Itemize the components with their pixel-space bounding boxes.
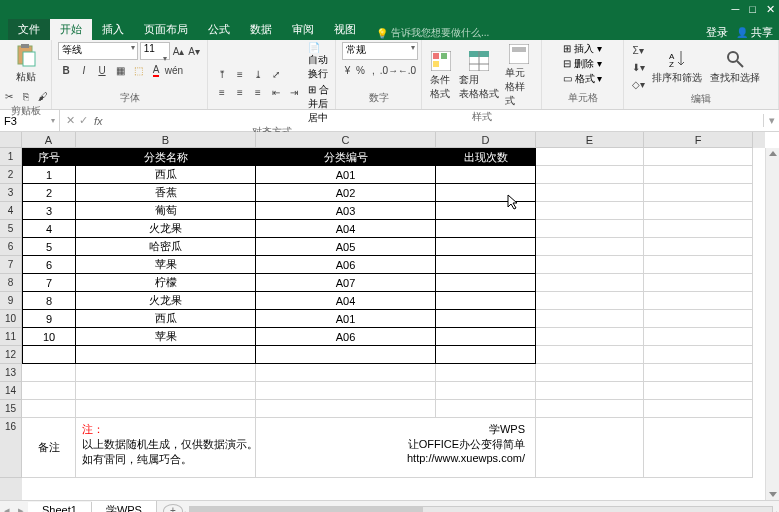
cell[interactable] bbox=[536, 202, 644, 220]
tab-data[interactable]: 数据 bbox=[240, 19, 282, 40]
number-format-combo[interactable]: 常规 bbox=[342, 42, 418, 60]
insert-cells-button[interactable]: ⊞ 插入 ▾ bbox=[563, 42, 602, 56]
cell[interactable] bbox=[644, 220, 753, 238]
autosum-icon[interactable]: Σ▾ bbox=[630, 42, 646, 58]
worksheet-grid[interactable]: ABCDEF 12345678910111213141516 序号分类名称分类编… bbox=[0, 132, 779, 500]
select-all-triangle[interactable] bbox=[0, 132, 22, 148]
indent-inc-icon[interactable]: ⇥ bbox=[286, 85, 302, 101]
cell[interactable] bbox=[644, 184, 753, 202]
cell[interactable] bbox=[536, 346, 644, 364]
cell[interactable]: 5 bbox=[22, 238, 76, 256]
shrink-font-icon[interactable]: A▾ bbox=[187, 43, 201, 59]
clear-icon[interactable]: ◇▾ bbox=[630, 76, 646, 92]
column-header[interactable]: F bbox=[644, 132, 753, 148]
cell[interactable]: 7 bbox=[22, 274, 76, 292]
cell[interactable] bbox=[76, 400, 256, 418]
percent-icon[interactable]: % bbox=[355, 62, 366, 78]
cell[interactable] bbox=[22, 364, 76, 382]
cell[interactable]: 苹果 bbox=[76, 256, 256, 274]
cell[interactable]: 哈密瓜 bbox=[76, 238, 256, 256]
cell[interactable] bbox=[644, 382, 753, 400]
cell[interactable] bbox=[644, 166, 753, 184]
cell[interactable]: 柠檬 bbox=[76, 274, 256, 292]
cell[interactable] bbox=[436, 364, 536, 382]
tab-review[interactable]: 审阅 bbox=[282, 19, 324, 40]
orientation-icon[interactable]: ⤢ bbox=[268, 67, 284, 83]
column-header[interactable]: D bbox=[436, 132, 536, 148]
currency-icon[interactable]: ¥ bbox=[342, 62, 353, 78]
column-header[interactable]: E bbox=[536, 132, 644, 148]
cell[interactable] bbox=[536, 292, 644, 310]
paste-button[interactable]: 粘贴 bbox=[13, 42, 39, 86]
cell[interactable] bbox=[436, 382, 536, 400]
login-link[interactable]: 登录 bbox=[706, 25, 728, 40]
dec-decimal-icon[interactable]: ←.0 bbox=[399, 62, 415, 78]
name-box[interactable]: F3 bbox=[0, 110, 60, 131]
sort-filter-button[interactable]: AZ 排序和筛选 bbox=[650, 47, 704, 87]
find-select-button[interactable]: 查找和选择 bbox=[708, 47, 762, 87]
row-header[interactable]: 11 bbox=[0, 328, 22, 346]
cell-styles-button[interactable]: 单元格样式 bbox=[503, 42, 535, 110]
font-size-combo[interactable]: 11 bbox=[140, 42, 170, 60]
enter-formula-icon[interactable]: ✓ bbox=[79, 114, 88, 127]
align-center-icon[interactable]: ≡ bbox=[232, 85, 248, 101]
cell[interactable] bbox=[536, 400, 644, 418]
sheet-nav-next[interactable]: ▸ bbox=[14, 504, 28, 512]
cell[interactable]: A03 bbox=[256, 202, 436, 220]
tab-view[interactable]: 视图 bbox=[324, 19, 366, 40]
row-header[interactable]: 4 bbox=[0, 202, 22, 220]
row-header[interactable]: 10 bbox=[0, 310, 22, 328]
cell[interactable] bbox=[22, 346, 76, 364]
fill-icon[interactable]: ⬇▾ bbox=[630, 59, 646, 75]
cell[interactable] bbox=[644, 328, 753, 346]
font-color-icon[interactable]: A bbox=[148, 62, 164, 78]
row-header[interactable]: 7 bbox=[0, 256, 22, 274]
cell[interactable]: 4 bbox=[22, 220, 76, 238]
cell[interactable] bbox=[644, 292, 753, 310]
cell[interactable]: 葡萄 bbox=[76, 202, 256, 220]
merge-center-button[interactable]: ⊞ 合并后居中 bbox=[308, 83, 329, 125]
cell[interactable] bbox=[436, 346, 536, 364]
window-minimize[interactable]: ─ bbox=[732, 3, 740, 16]
cell[interactable] bbox=[76, 382, 256, 400]
cell[interactable] bbox=[436, 166, 536, 184]
format-painter-icon[interactable]: 🖌 bbox=[35, 88, 51, 104]
cell[interactable] bbox=[644, 346, 753, 364]
align-right-icon[interactable]: ≡ bbox=[250, 85, 266, 101]
cell[interactable] bbox=[536, 238, 644, 256]
cell[interactable] bbox=[256, 382, 436, 400]
row-header[interactable]: 9 bbox=[0, 292, 22, 310]
column-header[interactable]: A bbox=[22, 132, 76, 148]
cell[interactable]: 8 bbox=[22, 292, 76, 310]
cell[interactable]: 分类编号 bbox=[256, 148, 436, 166]
cell[interactable] bbox=[436, 310, 536, 328]
fill-color-icon[interactable]: ⬚ bbox=[130, 62, 146, 78]
row-header[interactable]: 6 bbox=[0, 238, 22, 256]
cell[interactable]: A06 bbox=[256, 256, 436, 274]
cell[interactable] bbox=[436, 400, 536, 418]
format-as-table-button[interactable]: 套用 表格格式 bbox=[457, 49, 501, 103]
indent-dec-icon[interactable]: ⇤ bbox=[268, 85, 284, 101]
tell-me-search[interactable]: 💡 告诉我您想要做什么... bbox=[376, 26, 489, 40]
cell[interactable]: A05 bbox=[256, 238, 436, 256]
cell[interactable]: 西瓜 bbox=[76, 166, 256, 184]
cell[interactable] bbox=[436, 220, 536, 238]
cell[interactable] bbox=[256, 364, 436, 382]
cell[interactable]: 火龙果 bbox=[76, 292, 256, 310]
copy-icon[interactable]: ⎘ bbox=[18, 88, 34, 104]
cell[interactable]: A01 bbox=[256, 166, 436, 184]
column-header[interactable]: B bbox=[76, 132, 256, 148]
cell[interactable] bbox=[536, 274, 644, 292]
cell[interactable] bbox=[436, 274, 536, 292]
cell[interactable] bbox=[644, 256, 753, 274]
cell[interactable] bbox=[436, 238, 536, 256]
cell[interactable] bbox=[436, 256, 536, 274]
row-header[interactable]: 13 bbox=[0, 364, 22, 382]
align-middle-icon[interactable]: ≡ bbox=[232, 67, 248, 83]
cell[interactable]: 出现次数 bbox=[436, 148, 536, 166]
row-header[interactable]: 5 bbox=[0, 220, 22, 238]
cell[interactable] bbox=[644, 148, 753, 166]
cell[interactable] bbox=[536, 184, 644, 202]
tab-insert[interactable]: 插入 bbox=[92, 19, 134, 40]
border-icon[interactable]: ▦ bbox=[112, 62, 128, 78]
